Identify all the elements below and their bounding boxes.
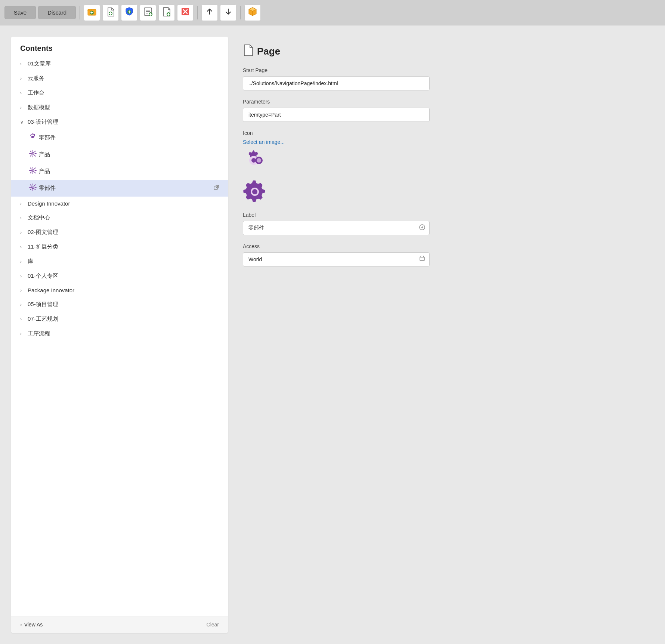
box-icon	[248, 7, 257, 18]
item-label: 工作台	[28, 89, 219, 96]
chevron-icon: ›	[20, 244, 25, 250]
tree-item-yunfuwu[interactable]: › 云服务	[11, 71, 228, 86]
item-label: 库	[28, 258, 219, 265]
tree-item-yiwenzhangu[interactable]: › 01文章库	[11, 56, 228, 71]
chevron-icon: ›	[20, 76, 25, 81]
external-link-icon[interactable]	[214, 185, 219, 191]
chevron-icon: ›	[20, 259, 25, 264]
tree-item-process-flow[interactable]: › 工序流程	[11, 326, 228, 341]
tree-item-lingbujian2-selected[interactable]: 零部件	[11, 180, 228, 197]
start-page-section: Start Page	[243, 67, 639, 90]
item-label: 云服务	[28, 75, 219, 82]
svg-point-27	[33, 153, 34, 154]
add-shield-button[interactable]	[121, 4, 137, 21]
tree-item-ku[interactable]: › 库	[11, 254, 228, 269]
item-label: Package Innovator	[28, 287, 219, 293]
tree-item-package[interactable]: › Package Innovator	[11, 283, 228, 297]
parameters-section: Parameters	[243, 99, 639, 122]
chevron-icon: ›	[20, 274, 25, 279]
item-label: 产品	[39, 168, 219, 175]
move-down-button[interactable]	[220, 4, 236, 21]
add-doc-icon	[162, 7, 171, 18]
access-input-wrapper	[243, 252, 430, 266]
item-label: 07-工艺规划	[28, 315, 219, 323]
main-area: Contents › 01文章库 › 云服务 › 工作台 › 数据模型 ∨	[0, 25, 665, 644]
gear-icon	[29, 133, 37, 142]
clear-button[interactable]: Clear	[207, 622, 219, 628]
divider-1	[80, 6, 80, 19]
move-up-button[interactable]	[201, 4, 218, 21]
item-label: 产品	[39, 151, 219, 158]
page-doc-icon	[243, 44, 253, 58]
start-page-label: Start Page	[243, 67, 639, 73]
svg-point-31	[33, 187, 34, 188]
delete-icon	[180, 7, 190, 18]
label-section: Label	[243, 212, 639, 235]
item-label: 02-图文管理	[28, 229, 219, 236]
add-list-icon	[143, 7, 153, 18]
label-icon	[419, 224, 425, 232]
chevron-icon: ›	[20, 105, 25, 110]
page-title-row: Page	[243, 44, 639, 58]
save-button[interactable]: Save	[4, 6, 36, 19]
tree-item-design-innovator[interactable]: › Design Innovator	[11, 197, 228, 210]
icon-section: Icon Select an image...	[243, 130, 639, 204]
tree-item-shujumoxing[interactable]: › 数据模型	[11, 100, 228, 115]
item-label: 文档中心	[28, 214, 219, 221]
svg-point-38	[252, 189, 257, 194]
parameters-label: Parameters	[243, 99, 639, 105]
item-label: 零部件	[39, 134, 219, 141]
label-label: Label	[243, 212, 639, 218]
add-folder-button[interactable]	[84, 4, 100, 21]
page-panel: Page Start Page Parameters Icon Select a…	[228, 37, 654, 633]
chevron-right-icon: ›	[20, 622, 22, 628]
chevron-icon: ›	[20, 201, 25, 206]
chevron-down-icon: ∨	[20, 120, 25, 125]
add-shield-icon	[124, 7, 134, 18]
contents-header: Contents	[11, 37, 228, 56]
discard-button[interactable]: Discard	[38, 6, 76, 19]
view-as-toggle[interactable]: › View As	[20, 622, 43, 628]
tree-item-wendang[interactable]: › 文档中心	[11, 210, 228, 225]
gear-icon	[29, 167, 37, 176]
add-doc-button[interactable]	[158, 4, 175, 21]
start-page-input[interactable]	[243, 76, 430, 90]
icon-preview: gear	[243, 150, 639, 176]
tree-item-geren[interactable]: › 01-个人专区	[11, 269, 228, 283]
svg-rect-1	[88, 9, 92, 11]
parameters-input[interactable]	[243, 108, 430, 122]
item-label: 05-项目管理	[28, 301, 219, 308]
add-page-icon	[106, 7, 115, 18]
view-as-footer: › View As Clear	[11, 616, 228, 633]
svg-rect-42	[420, 257, 424, 261]
item-label: 11-扩展分类	[28, 243, 219, 250]
tree-item-project-mgmt[interactable]: › 05-项目管理	[11, 297, 228, 312]
delete-button[interactable]	[177, 4, 194, 21]
gear-icon	[29, 150, 37, 159]
gear-icon-display	[243, 179, 639, 204]
tree-item-expand-cat[interactable]: › 11-扩展分类	[11, 240, 228, 254]
chevron-icon: ›	[20, 230, 25, 235]
tree-item-craft-plan[interactable]: › 07-工艺规划	[11, 312, 228, 326]
page-title: Page	[257, 46, 280, 57]
item-label: 01-个人专区	[28, 272, 219, 280]
tree-item-chanpin1[interactable]: 产品	[11, 146, 228, 163]
access-label: Access	[243, 243, 639, 249]
access-input[interactable]	[243, 252, 430, 266]
package-button[interactable]	[244, 4, 261, 21]
tree-item-lingbujian1[interactable]: 零部件	[11, 129, 228, 146]
item-label: 工序流程	[28, 330, 219, 337]
toolbar: Save Discard	[0, 0, 665, 25]
tree-item-design-mgmt[interactable]: ∨ 03-设计管理	[11, 115, 228, 129]
chevron-icon: ›	[20, 215, 25, 221]
tree-item-tuweng[interactable]: › 02-图文管理	[11, 225, 228, 240]
add-page-button[interactable]	[102, 4, 119, 21]
add-list-button[interactable]	[140, 4, 156, 21]
tree-item-chanpin2[interactable]: 产品	[11, 163, 228, 180]
arrow-down-icon	[224, 7, 232, 18]
select-image-link[interactable]: Select an image...	[243, 139, 285, 145]
tree-item-gongzuotai[interactable]: › 工作台	[11, 86, 228, 100]
contents-list[interactable]: › 01文章库 › 云服务 › 工作台 › 数据模型 ∨ 03-设计管理	[11, 56, 228, 616]
label-input[interactable]	[243, 221, 430, 235]
item-label: 数据模型	[28, 104, 219, 111]
